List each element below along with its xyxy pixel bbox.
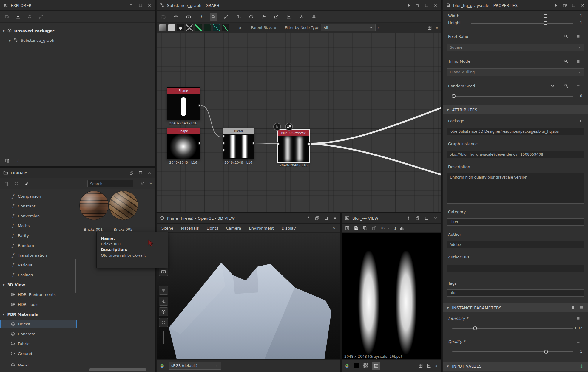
library-item-ground[interactable]: Ground — [0, 349, 77, 358]
attributes-section-header[interactable]: ▾ ATTRIBUTES — [443, 105, 588, 114]
close-icon[interactable] — [581, 3, 585, 7]
graph-canvas[interactable]: Shape 2048x2048 - L16 Shape 2048x2048 - … — [157, 33, 441, 212]
tree-item-package[interactable]: ▾ Unsaved Package* — [3, 27, 55, 35]
menu-materials[interactable]: Materials — [181, 226, 199, 230]
image-info-icon[interactable]: i — [394, 226, 396, 230]
close-icon[interactable] — [333, 216, 337, 220]
graph-node-shape-1[interactable]: Shape — [167, 87, 200, 120]
input-values-section-header[interactable]: ▾ INPUT VALUES — [443, 362, 588, 371]
viewport-gizmo-icon[interactable] — [159, 297, 168, 306]
node-grayscale-badge[interactable] — [285, 123, 293, 131]
grid-snap-icon[interactable] — [310, 13, 318, 21]
node-input-port[interactable] — [222, 142, 225, 145]
library-section-3d-view[interactable]: ▾3D View — [0, 280, 77, 289]
filter-tile-icon[interactable] — [213, 24, 220, 31]
intensity-slider[interactable] — [452, 328, 573, 329]
graph-node-blend[interactable]: Blend — [223, 128, 254, 159]
instance-parameters-section-header[interactable]: ▾ INSTANCE PARAMETERS — [443, 303, 588, 312]
library-item-conversion[interactable]: ƒConversion — [0, 211, 77, 220]
chevron-right-icon[interactable]: ▸ — [9, 38, 11, 43]
layers-icon[interactable] — [345, 363, 350, 368]
menu-environment[interactable]: Environment — [249, 226, 274, 230]
close-icon[interactable] — [147, 3, 152, 7]
more-view-options-icon[interactable]: » — [436, 25, 438, 30]
float-window-icon[interactable] — [129, 3, 134, 7]
maximize-window-icon[interactable] — [572, 3, 576, 7]
edit-icon[interactable] — [24, 181, 29, 186]
pin-icon[interactable] — [407, 3, 411, 7]
node-thumbnails-icon[interactable] — [427, 25, 432, 30]
link-icon[interactable] — [38, 14, 43, 19]
node-output-port[interactable] — [198, 104, 201, 107]
expose-parameter-icon[interactable] — [563, 58, 569, 64]
author-url-field[interactable] — [447, 265, 584, 272]
orthogonal-link-icon[interactable] — [235, 13, 243, 21]
library-section-pbr-materials[interactable]: ▾PBR Materials — [0, 310, 77, 319]
uv-mode-select[interactable]: UV — [381, 226, 390, 230]
background-color-swatch[interactable] — [354, 363, 359, 368]
histogram-icon[interactable] — [400, 226, 405, 230]
node-output-port[interactable] — [252, 142, 255, 145]
library-item-various[interactable]: ƒVarious — [0, 261, 77, 269]
close-icon[interactable] — [433, 216, 438, 220]
chevron-down-icon[interactable]: ▾ — [3, 29, 5, 33]
more-filter-options-icon[interactable]: » — [377, 25, 380, 30]
intensity-value[interactable]: 3.92 — [574, 326, 582, 330]
view3d-viewport[interactable] — [157, 233, 340, 360]
transform-tool-icon[interactable] — [172, 13, 180, 21]
node-output-port[interactable] — [198, 142, 201, 145]
graph-node-shape-2[interactable]: Shape — [167, 128, 200, 159]
search-input[interactable] — [87, 180, 133, 187]
view2d-canvas[interactable]: 2048 x 2048 (Grayscale, 16bpc) — [342, 233, 441, 360]
width-value[interactable]: 1 — [580, 13, 582, 18]
quality-value[interactable]: 1 — [580, 349, 582, 354]
add-library-icon[interactable] — [4, 181, 9, 186]
marquee-select-icon[interactable] — [160, 13, 167, 21]
library-item-easings[interactable]: ƒEasings — [0, 270, 77, 279]
parameter-menu-icon[interactable] — [575, 316, 581, 322]
preset-bookmark-icon[interactable] — [571, 306, 575, 310]
float-window-icon[interactable] — [563, 3, 567, 7]
tiling-mode-select[interactable]: H and V Tiling — [447, 68, 584, 76]
pixel-ratio-select[interactable]: Square — [447, 44, 584, 51]
library-item-hdri-environments[interactable]: HDRI Environments — [0, 290, 77, 299]
library-item-bricks[interactable]: Bricks — [0, 320, 77, 328]
library-item-fabric[interactable]: Fabric — [0, 339, 77, 348]
author-field[interactable]: Adobe — [447, 241, 584, 248]
new-image-icon[interactable] — [345, 226, 350, 230]
more-filters-icon[interactable]: » — [239, 25, 242, 30]
node-function-badge[interactable] — [273, 123, 281, 131]
menu-scene[interactable]: Scene — [161, 226, 173, 230]
save-image-icon[interactable] — [354, 226, 359, 230]
library-item-parity[interactable]: ƒParity — [0, 231, 77, 240]
statistics-icon[interactable] — [285, 13, 293, 21]
float-window-icon[interactable] — [416, 3, 420, 7]
library-item-concrete[interactable]: Concrete — [0, 329, 77, 338]
add-input-icon[interactable] — [579, 364, 584, 368]
viewport-toolbar-scrollbar[interactable] — [163, 331, 164, 344]
filter-uniform-icon[interactable] — [168, 24, 175, 31]
create-link-icon[interactable] — [222, 13, 230, 21]
material-thumbnail-bricks-005[interactable] — [109, 191, 138, 220]
expose-parameter-icon[interactable] — [563, 83, 569, 89]
maximize-window-icon[interactable] — [425, 3, 429, 7]
refresh-library-icon[interactable] — [14, 181, 19, 186]
layers-icon[interactable] — [160, 363, 164, 368]
close-icon[interactable] — [147, 171, 152, 175]
material-thumbnail-bricks-001[interactable] — [80, 191, 108, 220]
filter-grayscale-icon[interactable] — [159, 24, 166, 31]
expose-parameter-icon[interactable] — [563, 34, 569, 40]
more-options-icon[interactable]: » — [435, 363, 438, 368]
image-display-button[interactable] — [372, 362, 380, 370]
parameter-menu-icon[interactable] — [575, 83, 581, 89]
filter-slope-icon[interactable] — [222, 24, 229, 31]
info-icon[interactable]: i — [17, 158, 18, 163]
save-icon[interactable] — [4, 14, 9, 19]
node-input-port[interactable] — [277, 142, 280, 145]
folder-icon[interactable] — [576, 118, 582, 124]
viewport-scene-icon[interactable] — [159, 318, 168, 327]
float-window-icon[interactable] — [416, 216, 420, 220]
node-info-icon[interactable]: i — [197, 13, 205, 21]
library-horizontal-scrollbar[interactable] — [89, 368, 146, 371]
description-field[interactable]: Uniform high quality blur grayscale vers… — [447, 173, 584, 204]
